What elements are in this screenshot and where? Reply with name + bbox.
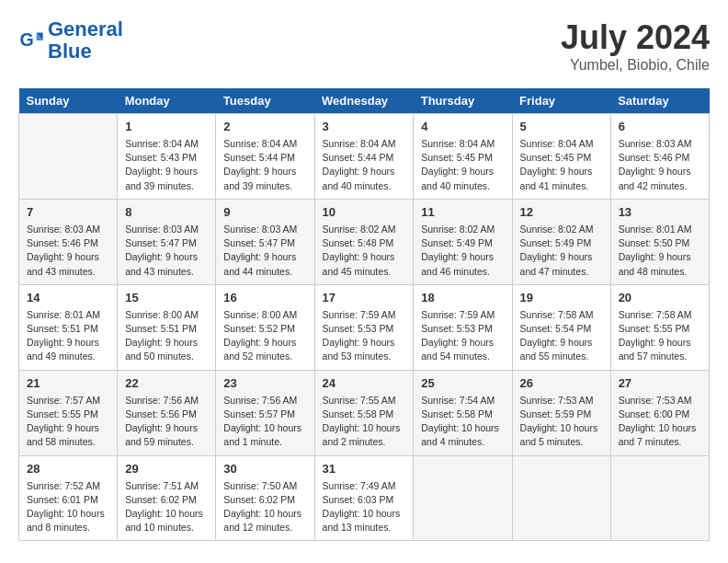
calendar-cell	[414, 455, 512, 541]
day-number: 27	[619, 376, 701, 390]
day-info: Sunrise: 7:50 AMSunset: 6:02 PMDaylight:…	[223, 479, 306, 535]
day-info: Sunrise: 8:04 AMSunset: 5:43 PMDaylight:…	[125, 137, 208, 193]
day-number: 11	[421, 205, 504, 219]
day-number: 13	[619, 205, 701, 219]
logo-line1: General	[48, 17, 123, 40]
day-number: 7	[27, 205, 109, 219]
day-info: Sunrise: 8:01 AMSunset: 5:50 PMDaylight:…	[619, 223, 701, 279]
day-info: Sunrise: 7:53 AMSunset: 5:59 PMDaylight:…	[520, 394, 603, 450]
calendar-cell: 16Sunrise: 8:00 AMSunset: 5:52 PMDayligh…	[216, 284, 314, 370]
day-number: 24	[323, 376, 406, 390]
day-info: Sunrise: 7:56 AMSunset: 5:57 PMDaylight:…	[223, 394, 306, 450]
day-number: 29	[125, 462, 208, 476]
calendar-cell: 14Sunrise: 8:01 AMSunset: 5:51 PMDayligh…	[19, 284, 118, 370]
calendar-cell: 28Sunrise: 7:52 AMSunset: 6:01 PMDayligh…	[19, 455, 118, 541]
day-number: 17	[323, 291, 406, 304]
day-info: Sunrise: 7:59 AMSunset: 5:53 PMDaylight:…	[323, 308, 406, 364]
calendar-week-row: 7Sunrise: 8:03 AMSunset: 5:46 PMDaylight…	[19, 199, 710, 284]
calendar-cell: 9Sunrise: 8:03 AMSunset: 5:47 PMDaylight…	[216, 199, 314, 284]
day-number: 19	[520, 291, 603, 304]
calendar-cell: 30Sunrise: 7:50 AMSunset: 6:02 PMDayligh…	[216, 455, 314, 541]
logo-text: General Blue	[48, 18, 123, 63]
day-number: 28	[27, 462, 109, 476]
calendar-cell: 5Sunrise: 8:04 AMSunset: 5:45 PMDaylight…	[512, 114, 610, 200]
calendar-cell: 15Sunrise: 8:00 AMSunset: 5:51 PMDayligh…	[118, 284, 216, 370]
day-info: Sunrise: 8:03 AMSunset: 5:46 PMDaylight:…	[27, 223, 109, 279]
day-number: 21	[27, 376, 109, 390]
logo: G General Blue	[18, 18, 123, 63]
weekday-header: Friday	[512, 88, 610, 114]
day-info: Sunrise: 8:01 AMSunset: 5:51 PMDaylight:…	[27, 308, 109, 364]
day-number: 5	[520, 120, 603, 133]
weekday-header: Saturday	[610, 88, 709, 114]
weekday-header: Monday	[118, 88, 216, 114]
calendar-cell: 11Sunrise: 8:02 AMSunset: 5:49 PMDayligh…	[414, 199, 512, 284]
calendar-table: SundayMondayTuesdayWednesdayThursdayFrid…	[18, 88, 710, 541]
day-info: Sunrise: 8:00 AMSunset: 5:51 PMDaylight:…	[125, 308, 208, 364]
day-number: 30	[223, 462, 306, 476]
calendar-cell: 8Sunrise: 8:03 AMSunset: 5:47 PMDaylight…	[118, 199, 216, 284]
calendar-cell: 7Sunrise: 8:03 AMSunset: 5:46 PMDaylight…	[19, 199, 118, 284]
day-number: 3	[323, 120, 406, 133]
day-info: Sunrise: 8:02 AMSunset: 5:49 PMDaylight:…	[421, 223, 504, 279]
day-number: 23	[223, 376, 306, 390]
day-info: Sunrise: 7:59 AMSunset: 5:53 PMDaylight:…	[421, 308, 504, 364]
day-number: 6	[619, 120, 701, 133]
day-number: 16	[223, 291, 306, 304]
page-header: G General Blue July 2024 Yumbel, Biobio,…	[18, 18, 710, 74]
day-number: 15	[125, 291, 208, 304]
day-info: Sunrise: 7:56 AMSunset: 5:56 PMDaylight:…	[125, 394, 208, 450]
day-number: 9	[223, 205, 306, 219]
weekday-row: SundayMondayTuesdayWednesdayThursdayFrid…	[19, 88, 710, 114]
calendar-cell: 21Sunrise: 7:57 AMSunset: 5:55 PMDayligh…	[19, 370, 118, 455]
day-number: 4	[421, 120, 504, 133]
calendar-cell: 27Sunrise: 7:53 AMSunset: 6:00 PMDayligh…	[610, 370, 709, 455]
calendar-week-row: 1Sunrise: 8:04 AMSunset: 5:43 PMDaylight…	[19, 114, 710, 200]
calendar-cell: 1Sunrise: 8:04 AMSunset: 5:43 PMDaylight…	[118, 114, 216, 200]
weekday-header: Wednesday	[314, 88, 414, 114]
day-info: Sunrise: 8:04 AMSunset: 5:44 PMDaylight:…	[223, 137, 306, 193]
day-number: 10	[323, 205, 406, 219]
weekday-header: Sunday	[19, 88, 118, 114]
calendar-cell: 2Sunrise: 8:04 AMSunset: 5:44 PMDaylight…	[216, 114, 314, 200]
day-info: Sunrise: 8:04 AMSunset: 5:45 PMDaylight:…	[421, 137, 504, 193]
day-number: 22	[125, 376, 208, 390]
calendar-week-row: 21Sunrise: 7:57 AMSunset: 5:55 PMDayligh…	[19, 370, 710, 455]
day-number: 14	[27, 291, 109, 304]
calendar-cell: 18Sunrise: 7:59 AMSunset: 5:53 PMDayligh…	[414, 284, 512, 370]
day-number: 20	[619, 291, 701, 304]
day-info: Sunrise: 7:49 AMSunset: 6:03 PMDaylight:…	[323, 479, 406, 535]
calendar-cell: 20Sunrise: 7:58 AMSunset: 5:55 PMDayligh…	[610, 284, 709, 370]
day-info: Sunrise: 8:04 AMSunset: 5:45 PMDaylight:…	[520, 137, 603, 193]
calendar-cell: 10Sunrise: 8:02 AMSunset: 5:48 PMDayligh…	[314, 199, 414, 284]
calendar-header: SundayMondayTuesdayWednesdayThursdayFrid…	[19, 88, 710, 114]
calendar-cell: 4Sunrise: 8:04 AMSunset: 5:45 PMDaylight…	[414, 114, 512, 200]
day-info: Sunrise: 7:53 AMSunset: 6:00 PMDaylight:…	[619, 394, 701, 450]
logo-line2: Blue	[48, 40, 92, 63]
calendar-cell: 23Sunrise: 7:56 AMSunset: 5:57 PMDayligh…	[216, 370, 314, 455]
day-number: 1	[125, 120, 208, 133]
day-info: Sunrise: 7:55 AMSunset: 5:58 PMDaylight:…	[323, 394, 406, 450]
calendar-week-row: 14Sunrise: 8:01 AMSunset: 5:51 PMDayligh…	[19, 284, 710, 370]
calendar-cell: 26Sunrise: 7:53 AMSunset: 5:59 PMDayligh…	[512, 370, 610, 455]
calendar-cell: 25Sunrise: 7:54 AMSunset: 5:58 PMDayligh…	[414, 370, 512, 455]
calendar-cell: 3Sunrise: 8:04 AMSunset: 5:44 PMDaylight…	[314, 114, 414, 200]
calendar-cell: 13Sunrise: 8:01 AMSunset: 5:50 PMDayligh…	[610, 199, 709, 284]
day-info: Sunrise: 7:51 AMSunset: 6:02 PMDaylight:…	[125, 479, 208, 535]
day-info: Sunrise: 8:00 AMSunset: 5:52 PMDaylight:…	[223, 308, 306, 364]
day-info: Sunrise: 8:03 AMSunset: 5:47 PMDaylight:…	[125, 223, 208, 279]
day-number: 12	[520, 205, 603, 219]
svg-text:G: G	[19, 29, 33, 50]
title-block: July 2024 Yumbel, Biobio, Chile	[561, 18, 710, 74]
day-info: Sunrise: 7:54 AMSunset: 5:58 PMDaylight:…	[421, 394, 504, 450]
day-info: Sunrise: 7:58 AMSunset: 5:54 PMDaylight:…	[520, 308, 603, 364]
day-info: Sunrise: 8:02 AMSunset: 5:49 PMDaylight:…	[520, 223, 603, 279]
location: Yumbel, Biobio, Chile	[561, 57, 710, 74]
calendar-cell: 29Sunrise: 7:51 AMSunset: 6:02 PMDayligh…	[118, 455, 216, 541]
calendar-cell: 22Sunrise: 7:56 AMSunset: 5:56 PMDayligh…	[118, 370, 216, 455]
day-info: Sunrise: 7:57 AMSunset: 5:55 PMDaylight:…	[27, 394, 109, 450]
calendar-cell: 12Sunrise: 8:02 AMSunset: 5:49 PMDayligh…	[512, 199, 610, 284]
calendar-cell: 17Sunrise: 7:59 AMSunset: 5:53 PMDayligh…	[314, 284, 414, 370]
calendar-cell: 19Sunrise: 7:58 AMSunset: 5:54 PMDayligh…	[512, 284, 610, 370]
month-year: July 2024	[561, 18, 710, 57]
